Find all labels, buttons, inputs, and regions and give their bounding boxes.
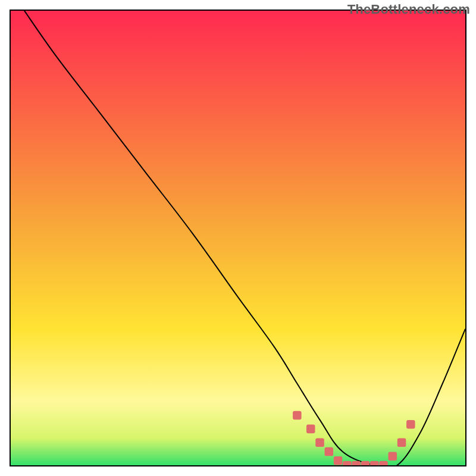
floor-marker (406, 420, 415, 429)
plot-area (10, 10, 466, 466)
floor-marker (361, 461, 370, 465)
floor-marker (379, 461, 388, 465)
floor-marker (343, 461, 352, 465)
floor-marker (389, 452, 397, 461)
floor-marker (352, 461, 361, 465)
bottleneck-curve (24, 11, 465, 465)
floor-marker (293, 411, 302, 420)
floor-marker (306, 425, 315, 434)
floor-marker (325, 447, 334, 456)
floor-marker (370, 461, 379, 465)
floor-marker (334, 456, 343, 465)
floor-marker (315, 439, 324, 447)
floor-marker (397, 439, 406, 447)
curve-layer (11, 11, 465, 465)
floor-markers (293, 411, 415, 465)
watermark-text: TheBottleneck.com (347, 2, 470, 17)
chart-container: TheBottleneck.com (0, 0, 476, 476)
